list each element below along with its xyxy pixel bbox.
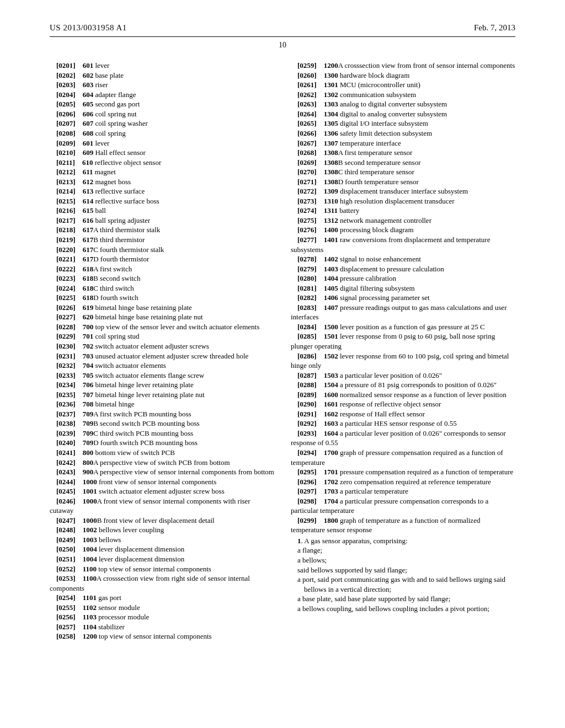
paragraph-number: [0235] <box>56 390 76 399</box>
paragraph-entry: [0281] 1405 digital filtering subsystem <box>291 283 515 293</box>
reference-numeral: 1501 <box>324 332 338 340</box>
paragraph-number: [0247] <box>56 516 76 524</box>
entry-text: A crosssection view from right side of s… <box>50 574 250 592</box>
entry-text: A first temperature sensor <box>338 148 413 157</box>
paragraph-entry: [0278] 1402 signal to noise enhancement <box>291 254 515 264</box>
paragraph-entry: [0294] 1700 graph of pressure compensati… <box>291 448 515 467</box>
entry-text: processor module <box>97 613 149 621</box>
reference-numeral: 700 <box>83 323 94 331</box>
paragraph-number: [0212] <box>56 168 76 176</box>
entry-text: safety limit detection subsystem <box>338 129 432 137</box>
paragraph-number: [0224] <box>56 284 76 292</box>
paragraph-number: [0250] <box>56 545 76 553</box>
paragraph-entry: [0258] 1200 top view of sensor internal … <box>50 631 274 641</box>
paragraph-entry: [0225] 618D fourth switch <box>50 293 274 303</box>
paragraph-number: [0207] <box>56 119 76 127</box>
entry-text: B front view of lever displacement detai… <box>97 516 215 524</box>
reference-numeral: 1302 <box>324 90 338 99</box>
reference-numeral: 709 <box>83 419 94 427</box>
reference-numeral: 617 <box>83 226 94 234</box>
entry-text: normalized sensor response as a function… <box>338 390 507 399</box>
reference-numeral: 612 <box>83 178 94 186</box>
paragraph-number: [0278] <box>297 255 317 263</box>
claim-element: a base plate, said base plate supported … <box>291 594 515 604</box>
entry-text: B third thermistor <box>93 235 145 244</box>
paragraph-entry: [0277] 1401 raw conversions from displac… <box>291 235 515 254</box>
entry-text: stabilizer <box>97 623 125 631</box>
paragraph-entry: [0269] 1308B second temperature sensor <box>291 158 515 168</box>
reference-numeral: 1400 <box>324 226 338 234</box>
entry-text: D fourth thermistor <box>93 255 149 263</box>
entry-text: switch actuator element adjuster screws <box>93 342 209 350</box>
reference-numeral: 613 <box>83 187 94 195</box>
paragraph-number: [0248] <box>56 526 76 534</box>
paragraph-number: [0258] <box>56 632 76 640</box>
paragraph-entry: [0247] 1000B front view of lever displac… <box>50 516 274 526</box>
paragraph-entry: [0267] 1307 temperature interface <box>291 138 515 148</box>
entry-text: A first switch <box>93 265 132 273</box>
reference-numeral: 1602 <box>324 410 338 418</box>
paragraph-number: [0217] <box>56 216 76 224</box>
entry-text: unused actuator element adjuster screw t… <box>93 352 248 360</box>
reference-numeral: 614 <box>83 197 94 205</box>
entry-text: MCU (microcontroller unit) <box>338 81 420 89</box>
entry-text: reflective surface <box>93 187 145 195</box>
reference-numeral: 703 <box>83 352 94 360</box>
reference-numeral: 1001 <box>83 487 97 495</box>
entry-text: reflective object sensor <box>93 158 161 167</box>
entry-text: magnet <box>93 168 116 176</box>
paragraph-number: [0239] <box>56 429 76 437</box>
paragraph-entry: [0205] 605 second gas port <box>50 99 274 109</box>
reference-numeral: 1301 <box>324 81 338 89</box>
paragraph-entry: [0230] 702 switch actuator element adjus… <box>50 341 274 351</box>
paragraph-entry: [0256] 1103 processor module <box>50 612 274 622</box>
entry-text: coil spring <box>93 129 126 137</box>
reference-numeral: 1601 <box>324 400 338 408</box>
entry-text: signal to noise enhancement <box>338 255 421 263</box>
entry-text: network management controller <box>338 216 431 224</box>
entry-text: A third thermistor stalk <box>93 226 160 234</box>
entry-text: switch actuator elements flange screw <box>93 371 204 379</box>
paragraph-entry: [0259] 1200A crosssection view from fron… <box>291 61 515 71</box>
reference-numeral: 1100 <box>83 574 97 582</box>
entry-text: pressure calibration <box>338 274 396 282</box>
entry-text: coil spring nut <box>93 110 136 118</box>
paragraph-number: [0218] <box>56 226 76 234</box>
paragraph-entry: [0257] 1104 stabilizer <box>50 622 274 632</box>
paragraph-entry: [0299] 1800 graph of temperature as a fu… <box>291 516 515 535</box>
reference-numeral: 1407 <box>324 303 338 312</box>
reference-numeral: 1306 <box>324 129 338 137</box>
paragraph-entry: [0266] 1306 safety limit detection subsy… <box>291 129 515 138</box>
reference-numeral: 1504 <box>324 381 338 389</box>
paragraph-number: [0280] <box>297 274 317 282</box>
paragraph-number: [0202] <box>56 71 76 79</box>
paragraph-number: [0290] <box>297 400 317 408</box>
reference-numeral: 605 <box>83 100 94 108</box>
paragraph-entry: [0216] 615 ball <box>50 206 274 216</box>
reference-numeral: 620 <box>83 313 94 321</box>
entry-text: lever displacement dimension <box>97 555 184 563</box>
paragraph-number: [0293] <box>297 429 317 437</box>
paragraph-entry: [0223] 618B second switch <box>50 274 274 283</box>
paragraph-entry: [0282] 1406 signal processing parameter … <box>291 293 515 303</box>
reference-numeral: 1311 <box>324 206 338 215</box>
publication-number: US 2013/0031958 A1 <box>50 22 127 33</box>
paragraph-entry: [0252] 1100 top view of sensor internal … <box>50 564 274 574</box>
entry-text: pressure compensation required as a func… <box>338 468 514 476</box>
reference-numeral: 1600 <box>324 390 338 399</box>
paragraph-entry: [0241] 800 bottom view of switch PCB <box>50 448 274 458</box>
reference-numeral: 1307 <box>324 139 338 147</box>
paragraph-number: [0204] <box>56 90 76 99</box>
paragraph-entry: [0296] 1702 zero compensation required a… <box>291 477 515 487</box>
paragraph-entry: [0243] 900A perspective view of sensor i… <box>50 467 274 477</box>
paragraph-entry: [0264] 1304 digital to analog converter … <box>291 109 515 119</box>
reference-numeral: 701 <box>83 332 94 340</box>
paragraph-entry: [0212] 611 magnet <box>50 167 274 177</box>
paragraph-entry: [0240] 709D fourth switch PCB mounting b… <box>50 438 274 448</box>
paragraph-number: [0266] <box>297 129 317 137</box>
paragraph-entry: [0295] 1701 pressure compensation requir… <box>291 467 515 477</box>
entry-text: graph of temperature as a function of no… <box>291 516 480 534</box>
paragraph-number: [0264] <box>297 110 317 118</box>
reference-numeral: 617 <box>83 235 94 244</box>
paragraph-entry: [0268] 1308A first temperature sensor <box>291 148 515 158</box>
